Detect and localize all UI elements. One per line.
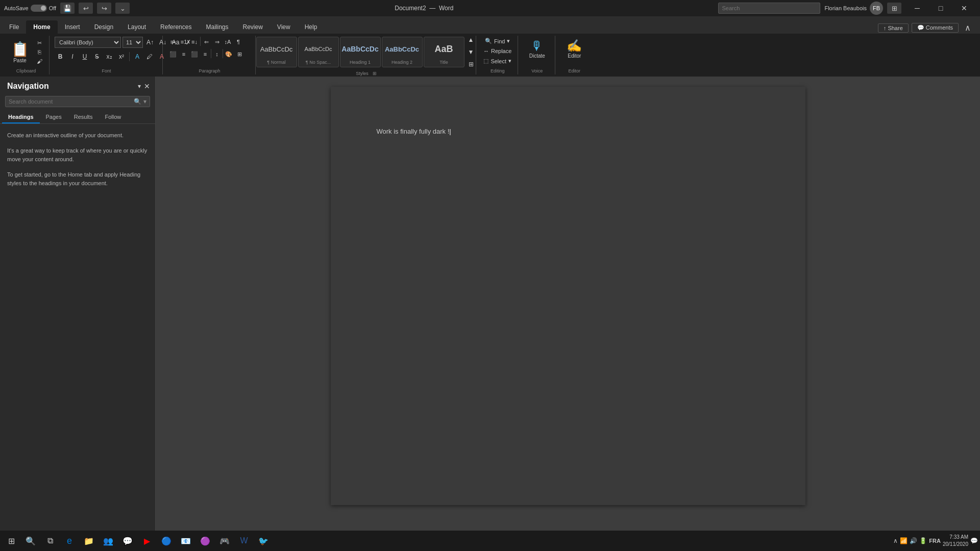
highlight-button[interactable]: 🖊 xyxy=(144,51,155,62)
tab-mailings[interactable]: Mailings xyxy=(199,20,235,34)
multilevel-list-button[interactable]: ≡↓ xyxy=(189,37,200,47)
tab-review[interactable]: Review xyxy=(235,20,270,34)
file-explorer-button[interactable]: 📁 xyxy=(80,532,98,550)
align-center-button[interactable]: ≡ xyxy=(179,49,189,59)
nav-tab-pages[interactable]: Pages xyxy=(40,111,68,123)
ribbon-collapse-button[interactable]: ∧ xyxy=(962,22,974,34)
youtube-button[interactable]: ▶ xyxy=(138,532,156,550)
nav-tab-headings[interactable]: Headings xyxy=(2,111,40,123)
edge-button[interactable]: e xyxy=(60,532,79,550)
borders-button[interactable]: ⊞ xyxy=(234,49,244,59)
tray-battery[interactable]: 🔋 xyxy=(919,537,927,544)
teams-button[interactable]: 👥 xyxy=(99,532,117,550)
view-mode-button[interactable]: ⊞ xyxy=(887,3,901,14)
search-taskbar-button[interactable]: 🔍 xyxy=(21,532,40,550)
dictate-button[interactable]: 🎙 Dictate xyxy=(523,37,551,61)
italic-button[interactable]: I xyxy=(67,51,78,62)
superscript-button[interactable]: x² xyxy=(116,51,127,62)
style-no-spacing[interactable]: AaBbCcDc ¶ No Spac... xyxy=(298,37,339,67)
word-taskbar-button[interactable]: W xyxy=(235,532,253,550)
format-painter-button[interactable]: 🖌 xyxy=(34,57,45,65)
tab-layout[interactable]: Layout xyxy=(120,20,153,34)
cut-button[interactable]: ✂ xyxy=(34,39,45,47)
style-scroll-down[interactable]: ▼ xyxy=(465,46,477,58)
style-title[interactable]: AaB Title xyxy=(424,37,464,67)
title-search-input[interactable] xyxy=(718,3,820,14)
redo-button[interactable]: ↪ xyxy=(97,3,111,14)
search-input[interactable] xyxy=(9,96,132,107)
comments-button[interactable]: 💬 Comments xyxy=(912,23,959,33)
search-icon-button[interactable]: 🔍 xyxy=(134,98,141,105)
skype-button[interactable]: 💬 xyxy=(118,532,137,550)
copy-button[interactable]: ⎘ xyxy=(34,48,45,56)
edge2-button[interactable]: 🔵 xyxy=(157,532,176,550)
editor-button[interactable]: ✍ Editor xyxy=(560,37,588,61)
tray-notification[interactable]: 💬 xyxy=(970,537,978,544)
tab-references[interactable]: References xyxy=(153,20,199,34)
nav-tab-follow[interactable]: Follow xyxy=(99,111,127,123)
tab-insert[interactable]: Insert xyxy=(58,20,87,34)
app2-button[interactable]: 🟣 xyxy=(196,532,214,550)
bold-button[interactable]: B xyxy=(55,51,66,62)
app3-button[interactable]: 🎮 xyxy=(215,532,234,550)
replace-button[interactable]: ↔ Replace xyxy=(481,47,513,55)
style-normal[interactable]: AaBbCcDc ¶ Normal xyxy=(256,37,297,67)
find-button[interactable]: 🔍 Find ▾ xyxy=(483,37,512,45)
numbering-button[interactable]: ≡1 xyxy=(179,37,189,47)
tab-help[interactable]: Help xyxy=(298,20,325,34)
justify-button[interactable]: ≡ xyxy=(200,49,210,59)
document-content[interactable]: Work is finally fully dark ! xyxy=(377,128,760,135)
style-more-button[interactable]: ⊞ xyxy=(465,59,477,70)
font-family-select[interactable]: Calibri (Body) xyxy=(55,37,121,48)
line-spacing-button[interactable]: ↕ xyxy=(212,49,222,59)
align-left-button[interactable]: ⬛ xyxy=(168,49,178,59)
share-button[interactable]: ↑ FindShare xyxy=(878,23,909,33)
autosave-toggle[interactable] xyxy=(31,5,47,12)
task-view-button[interactable]: ⧉ xyxy=(41,532,59,550)
style-scroll-up[interactable]: ▲ xyxy=(465,34,477,45)
save-button[interactable]: 💾 xyxy=(60,3,75,14)
undo-button[interactable]: ↩ xyxy=(79,3,93,14)
more-quick-access-button[interactable]: ⌄ xyxy=(115,3,130,14)
styles-expand-button[interactable]: ⊞ xyxy=(373,71,377,76)
tray-lang[interactable]: FRA xyxy=(929,538,941,544)
select-button[interactable]: ⬚ Select ▾ xyxy=(481,57,513,65)
document-page[interactable]: Work is finally fully dark ! xyxy=(331,87,805,505)
show-formatting-button[interactable]: ¶ xyxy=(233,37,243,47)
search-dropdown-button[interactable]: ▾ xyxy=(143,98,146,105)
text-effects-button[interactable]: A xyxy=(132,51,143,62)
tab-view[interactable]: View xyxy=(270,20,298,34)
strikethrough-button[interactable]: S̶ xyxy=(91,51,103,62)
nav-tab-results[interactable]: Results xyxy=(68,111,99,123)
style-heading2[interactable]: AaBbCcDc Heading 2 xyxy=(382,37,423,67)
sort-button[interactable]: ↕A xyxy=(223,37,233,47)
close-button[interactable]: ✕ xyxy=(952,0,976,16)
underline-button[interactable]: U xyxy=(79,51,90,62)
nav-dropdown-button[interactable]: ▾ xyxy=(138,83,141,90)
style-heading1[interactable]: AaBbCcDc Heading 1 xyxy=(340,37,381,67)
minimize-button[interactable]: ─ xyxy=(905,0,929,16)
font-size-select[interactable]: 11 xyxy=(122,37,143,48)
tab-design[interactable]: Design xyxy=(87,20,120,34)
tab-file[interactable]: File xyxy=(2,20,26,34)
tray-expand[interactable]: ∧ xyxy=(893,537,898,544)
font-grow-button[interactable]: A↑ xyxy=(144,37,156,48)
decrease-indent-button[interactable]: ⇐ xyxy=(201,37,211,47)
twitter-button[interactable]: 🐦 xyxy=(254,532,273,550)
nav-search-box[interactable]: 🔍 ▾ xyxy=(5,96,150,107)
shading-button[interactable]: 🎨 xyxy=(224,49,234,59)
document-area[interactable]: Work is finally fully dark ! xyxy=(156,77,980,531)
tab-home[interactable]: Home xyxy=(26,20,57,34)
outlook-button[interactable]: 📧 xyxy=(177,532,195,550)
paste-button[interactable]: 📋 Paste xyxy=(7,38,33,66)
increase-indent-button[interactable]: ⇒ xyxy=(212,37,222,47)
taskbar-clock[interactable]: 7:33 AM 20/11/2020 xyxy=(943,534,968,548)
tray-sound[interactable]: 🔊 xyxy=(910,537,917,544)
maximize-button[interactable]: □ xyxy=(929,0,952,16)
nav-close-button[interactable]: ✕ xyxy=(144,82,150,90)
bullets-button[interactable]: ≡• xyxy=(168,37,178,47)
tray-network[interactable]: 📶 xyxy=(900,537,908,544)
subscript-button[interactable]: x₂ xyxy=(104,51,115,62)
start-button[interactable]: ⊞ xyxy=(2,532,20,550)
align-right-button[interactable]: ⬛ xyxy=(189,49,200,59)
